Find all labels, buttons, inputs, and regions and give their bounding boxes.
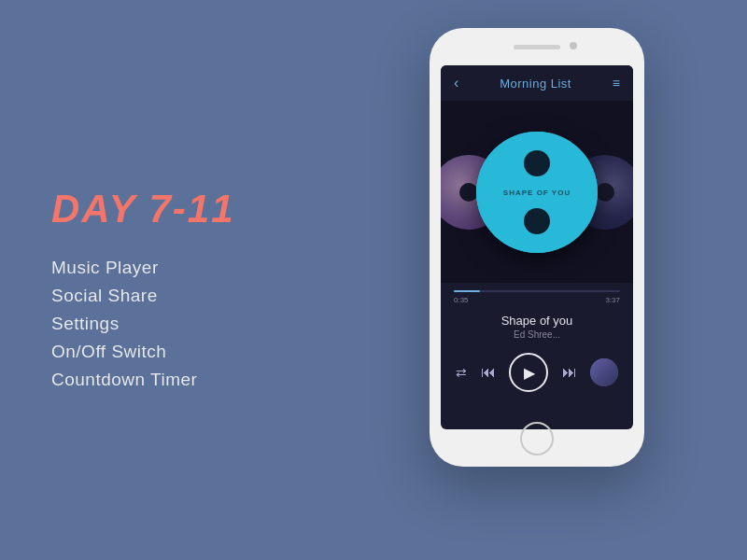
back-button[interactable]: ‹: [454, 75, 458, 91]
screen-header: ‹ Morning List ≡: [441, 65, 633, 101]
phone-speaker: [514, 45, 560, 49]
album-section: SHAPE OF YOU: [441, 101, 633, 283]
left-panel: DAY 7-11 Music Player Social Share Setti…: [51, 187, 235, 398]
avatar: [590, 358, 618, 386]
play-button[interactable]: ▶: [509, 353, 548, 392]
song-info: Shape of you Ed Shree...: [441, 308, 633, 345]
menu-item-settings[interactable]: Settings: [51, 314, 235, 334]
next-button[interactable]: ⏭: [562, 364, 577, 381]
phone-wrapper: ‹ Morning List ≡ SHAPE OF YOU: [430, 28, 644, 467]
vinyl-hole-top: [524, 150, 550, 176]
progress-fill: [454, 290, 480, 292]
song-artist: Ed Shree...: [454, 329, 620, 340]
playback-controls: ⇄ ⏮ ▶ ⏭: [441, 345, 633, 401]
playlist-title: Morning List: [500, 77, 571, 91]
progress-times: 0:35 3:37: [454, 296, 620, 304]
phone-camera: [570, 42, 577, 49]
avatar-button[interactable]: [590, 358, 618, 386]
album-title-text: SHAPE OF YOU: [503, 188, 571, 196]
phone: ‹ Morning List ≡ SHAPE OF YOU: [430, 28, 644, 467]
album-art-main: SHAPE OF YOU: [476, 132, 598, 253]
prev-button[interactable]: ⏮: [481, 364, 496, 381]
menu-item-on-off[interactable]: On/Off Switch: [51, 342, 235, 362]
menu-list: Music Player Social Share Settings On/Of…: [51, 258, 235, 390]
play-icon: ▶: [524, 364, 535, 382]
vinyl-hole-bottom: [524, 208, 550, 234]
home-button[interactable]: [520, 422, 554, 455]
menu-item-social-share[interactable]: Social Share: [51, 286, 235, 306]
current-time: 0:35: [454, 296, 469, 304]
phone-screen: ‹ Morning List ≡ SHAPE OF YOU: [441, 65, 633, 429]
total-time: 3:37: [605, 296, 620, 304]
shuffle-button[interactable]: ⇄: [456, 365, 467, 380]
day-title: DAY 7-11: [51, 187, 235, 231]
progress-bar[interactable]: [454, 290, 620, 292]
menu-item-music-player[interactable]: Music Player: [51, 258, 235, 278]
menu-icon[interactable]: ≡: [613, 76, 620, 91]
progress-section: 0:35 3:37: [441, 283, 633, 308]
album-vinyl: SHAPE OF YOU: [476, 132, 598, 253]
menu-item-countdown[interactable]: Countdown Timer: [51, 370, 235, 390]
song-title: Shape of you: [454, 314, 620, 328]
